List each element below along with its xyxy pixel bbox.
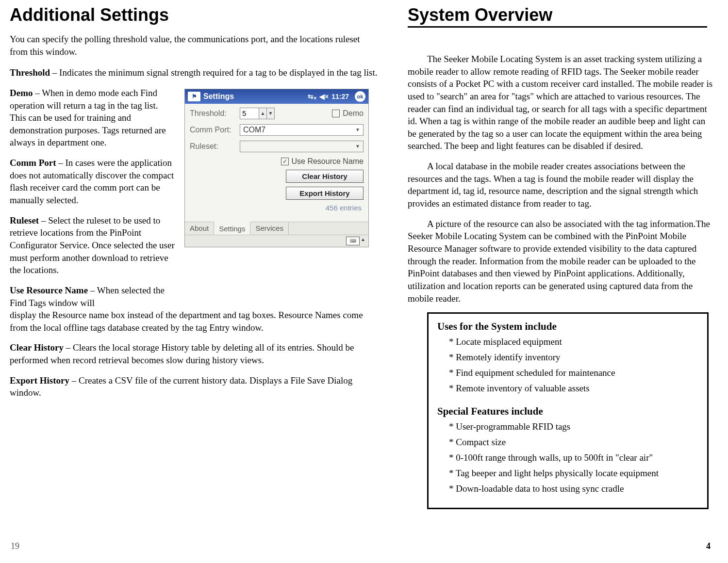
export-history-button[interactable]: Export History	[286, 187, 364, 200]
list-item: * User-programmable RFID tags	[449, 421, 698, 432]
term: Ruleset	[10, 215, 39, 225]
spin-down-icon[interactable]: ▼	[267, 108, 275, 119]
list-item: * 0-100ft range through walls, up to 500…	[449, 452, 698, 463]
def-demo: Demo – When in demo mode each Find opera…	[10, 87, 176, 149]
def-export-history: Export History – Creates a CSV file of t…	[10, 374, 379, 399]
overview-para-1: The Seeker Mobile Locating System is an …	[408, 53, 713, 152]
chevron-down-icon: ▼	[355, 127, 360, 132]
left-heading: Additional Settings	[10, 5, 379, 25]
list-item: * Compact size	[449, 437, 698, 448]
ruleset-label: Ruleset:	[190, 142, 236, 151]
uses-list: * Locate misplaced equipment * Remotely …	[437, 337, 698, 394]
start-flag-icon[interactable]: ⚑	[188, 92, 200, 101]
page-number-right: 4	[706, 541, 711, 551]
page-number-left: 19	[11, 541, 19, 551]
term: Export History	[10, 375, 69, 386]
ppc-tabs: About Settings Services	[185, 222, 368, 235]
threshold-label: Threshold:	[190, 109, 236, 118]
uses-heading: Uses for the System include	[437, 321, 698, 333]
term: Threshold	[10, 67, 50, 78]
ok-button[interactable]: ok	[355, 91, 365, 102]
checkbox-box[interactable]	[332, 110, 340, 117]
term: Clear History	[10, 342, 64, 353]
commport-label: Comm Port:	[190, 126, 236, 134]
list-item: * Down-loadable data to host using sync …	[449, 483, 698, 494]
spin-up-icon[interactable]: ▲	[259, 108, 267, 119]
commport-value: COM7	[243, 126, 265, 134]
overview-para-3: A picture of the resource can also be as…	[408, 218, 713, 305]
def-clear-history: Clear History – Clears the local storage…	[10, 341, 379, 366]
def-commport: Comm Port – In cases were the applicatio…	[10, 157, 176, 207]
term: Use Resource Name	[10, 285, 88, 295]
def-ruleset: Ruleset – Select the ruleset to be used …	[10, 214, 176, 276]
list-item: * Locate misplaced equipment	[449, 337, 698, 347]
clear-history-button[interactable]: Clear History	[286, 170, 364, 183]
tab-services[interactable]: Services	[250, 222, 289, 235]
features-box: Uses for the System include * Locate mis…	[427, 312, 709, 509]
use-resource-checkbox[interactable]: ✓ Use Resource Name	[281, 157, 364, 166]
ppc-title-text: Settings	[203, 92, 305, 101]
list-item: * Find equipment scheduled for maintenan…	[449, 368, 698, 378]
pocketpc-screenshot: ⚑ Settings ⇆ₓ ◀× 11:27 ok Threshold: ▲▼	[184, 89, 369, 247]
overview-para-2: A local database in the mobile reader cr…	[408, 160, 713, 210]
def-threshold: Threshold – Indicates the minimum signal…	[10, 66, 379, 79]
ruleset-select[interactable]: ▼	[240, 141, 364, 152]
left-intro: You can specify the polling threshold va…	[10, 33, 379, 58]
features-heading: Special Features include	[437, 405, 698, 418]
keyboard-up-icon[interactable]: ▲	[361, 237, 365, 245]
right-page: System Overview The Seeker Mobile Locati…	[408, 5, 713, 553]
ppc-titlebar: ⚑ Settings ⇆ₓ ◀× 11:27 ok	[185, 89, 368, 104]
term-text: – Indicates the minimum signal strength …	[50, 67, 377, 78]
term: Comm Port	[10, 158, 56, 168]
chevron-down-icon: ▼	[355, 144, 360, 149]
left-page: Additional Settings You can specify the …	[10, 5, 379, 553]
clock-text: 11:27	[331, 93, 349, 100]
list-item: * Tag beeper and light helps physically …	[449, 468, 698, 479]
list-item: * Remotely identify inventory	[449, 352, 698, 363]
features-list: * User-programmable RFID tags * Compact …	[437, 421, 698, 494]
entries-count: 456 entries	[190, 204, 362, 212]
checkbox-box[interactable]: ✓	[281, 158, 289, 165]
connectivity-icon: ⇆ₓ	[308, 93, 316, 100]
right-heading: System Overview	[408, 5, 707, 28]
demo-checkbox[interactable]: Demo	[332, 109, 364, 118]
def-use-resource-lead: Use Resource Name – When selected the Fi…	[10, 284, 176, 309]
commport-select[interactable]: COM7 ▼	[240, 124, 364, 136]
tab-about[interactable]: About	[185, 222, 214, 235]
keyboard-icon[interactable]: ⌨	[346, 237, 360, 245]
tab-settings[interactable]: Settings	[214, 222, 250, 235]
volume-icon: ◀×	[319, 93, 329, 100]
threshold-input[interactable]	[240, 108, 259, 119]
threshold-stepper[interactable]: ▲▼	[240, 108, 275, 119]
demo-label: Demo	[343, 109, 364, 118]
use-resource-label: Use Resource Name	[292, 157, 364, 166]
term-text: – When in demo mode each Find operation …	[10, 88, 166, 148]
def-use-resource-rest: display the Resource name box instead of…	[10, 309, 379, 334]
list-item: * Remote inventory of valuable assets	[449, 383, 698, 394]
term: Demo	[10, 88, 33, 98]
